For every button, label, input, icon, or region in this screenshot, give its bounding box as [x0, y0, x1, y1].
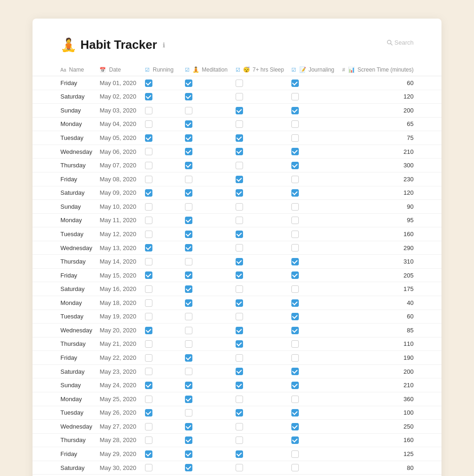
- cell-running[interactable]: [141, 406, 181, 420]
- unchecked-checkbox[interactable]: [145, 176, 152, 183]
- checked-checkbox[interactable]: [145, 409, 152, 416]
- cell-sleep[interactable]: [232, 90, 288, 104]
- checked-checkbox[interactable]: [185, 285, 192, 293]
- unchecked-checkbox[interactable]: [291, 354, 299, 362]
- unchecked-checkbox[interactable]: [236, 285, 243, 293]
- cell-meditation[interactable]: [181, 337, 232, 351]
- cell-sleep[interactable]: [232, 255, 288, 269]
- cell-sleep[interactable]: [232, 145, 288, 159]
- unchecked-checkbox[interactable]: [185, 340, 192, 348]
- checked-checkbox[interactable]: [185, 79, 192, 87]
- unchecked-checkbox[interactable]: [145, 423, 152, 430]
- cell-journaling[interactable]: [288, 255, 338, 269]
- unchecked-checkbox[interactable]: [236, 93, 243, 100]
- cell-journaling[interactable]: [288, 296, 338, 310]
- checked-checkbox[interactable]: [185, 120, 192, 128]
- cell-running[interactable]: [141, 461, 181, 475]
- cell-journaling[interactable]: [288, 104, 338, 118]
- cell-meditation[interactable]: [181, 213, 232, 227]
- unchecked-checkbox[interactable]: [145, 313, 152, 320]
- cell-meditation[interactable]: [181, 90, 232, 104]
- cell-sleep[interactable]: [232, 213, 288, 227]
- checked-checkbox[interactable]: [185, 436, 192, 444]
- unchecked-checkbox[interactable]: [236, 120, 243, 128]
- unchecked-checkbox[interactable]: [236, 436, 243, 444]
- checked-checkbox[interactable]: [291, 436, 299, 444]
- cell-journaling[interactable]: [288, 310, 338, 324]
- cell-sleep[interactable]: [232, 378, 288, 392]
- cell-journaling[interactable]: [288, 117, 338, 131]
- unchecked-checkbox[interactable]: [185, 327, 192, 334]
- cell-journaling[interactable]: [288, 337, 338, 351]
- checked-checkbox[interactable]: [145, 327, 152, 334]
- unchecked-checkbox[interactable]: [145, 396, 152, 403]
- cell-running[interactable]: [141, 420, 181, 434]
- unchecked-checkbox[interactable]: [145, 148, 152, 155]
- cell-running[interactable]: [141, 392, 181, 406]
- cell-sleep[interactable]: [232, 461, 288, 475]
- cell-sleep[interactable]: [232, 282, 288, 296]
- unchecked-checkbox[interactable]: [291, 464, 299, 471]
- checked-checkbox[interactable]: [185, 354, 192, 362]
- cell-running[interactable]: [141, 227, 181, 241]
- cell-running[interactable]: [141, 200, 181, 214]
- unchecked-checkbox[interactable]: [145, 368, 152, 375]
- unchecked-checkbox[interactable]: [291, 285, 299, 293]
- cell-running[interactable]: [141, 351, 181, 365]
- checked-checkbox[interactable]: [291, 382, 299, 389]
- cell-meditation[interactable]: [181, 241, 232, 255]
- unchecked-checkbox[interactable]: [145, 231, 152, 238]
- checked-checkbox[interactable]: [145, 134, 152, 142]
- search-label[interactable]: Search: [395, 39, 414, 46]
- cell-running[interactable]: [141, 296, 181, 310]
- unchecked-checkbox[interactable]: [145, 217, 152, 224]
- cell-journaling[interactable]: [288, 364, 338, 378]
- unchecked-checkbox[interactable]: [291, 120, 299, 128]
- cell-journaling[interactable]: [288, 145, 338, 159]
- cell-meditation[interactable]: [181, 378, 232, 392]
- checked-checkbox[interactable]: [236, 176, 243, 183]
- checked-checkbox[interactable]: [185, 464, 192, 471]
- cell-meditation[interactable]: [181, 282, 232, 296]
- cell-meditation[interactable]: [181, 364, 232, 378]
- checked-checkbox[interactable]: [145, 79, 152, 87]
- checked-checkbox[interactable]: [185, 299, 192, 307]
- cell-running[interactable]: [141, 337, 181, 351]
- cell-sleep[interactable]: [232, 324, 288, 337]
- cell-meditation[interactable]: [181, 296, 232, 310]
- checked-checkbox[interactable]: [185, 148, 192, 155]
- cell-journaling[interactable]: [288, 90, 338, 104]
- checked-checkbox[interactable]: [185, 450, 192, 458]
- cell-journaling[interactable]: [288, 392, 338, 406]
- checked-checkbox[interactable]: [185, 231, 192, 238]
- unchecked-checkbox[interactable]: [291, 396, 299, 403]
- cell-meditation[interactable]: [181, 433, 232, 447]
- cell-sleep[interactable]: [232, 433, 288, 447]
- cell-meditation[interactable]: [181, 406, 232, 420]
- unchecked-checkbox[interactable]: [185, 176, 192, 183]
- cell-sleep[interactable]: [232, 76, 288, 90]
- checked-checkbox[interactable]: [185, 189, 192, 197]
- cell-sleep[interactable]: [232, 117, 288, 131]
- cell-meditation[interactable]: [181, 159, 232, 172]
- cell-running[interactable]: [141, 241, 181, 255]
- checked-checkbox[interactable]: [185, 217, 192, 224]
- checked-checkbox[interactable]: [236, 450, 243, 458]
- checked-checkbox[interactable]: [145, 271, 152, 279]
- cell-meditation[interactable]: [181, 447, 232, 461]
- cell-journaling[interactable]: [288, 406, 338, 420]
- unchecked-checkbox[interactable]: [185, 368, 192, 375]
- cell-sleep[interactable]: [232, 200, 288, 214]
- cell-sleep[interactable]: [232, 241, 288, 255]
- unchecked-checkbox[interactable]: [145, 354, 152, 362]
- checked-checkbox[interactable]: [185, 93, 192, 100]
- unchecked-checkbox[interactable]: [236, 313, 243, 320]
- cell-journaling[interactable]: [288, 172, 338, 186]
- cell-meditation[interactable]: [181, 351, 232, 365]
- unchecked-checkbox[interactable]: [291, 450, 299, 458]
- unchecked-checkbox[interactable]: [145, 120, 152, 128]
- unchecked-checkbox[interactable]: [145, 464, 152, 471]
- cell-running[interactable]: [141, 310, 181, 324]
- search-area[interactable]: Search: [387, 39, 414, 46]
- unchecked-checkbox[interactable]: [291, 134, 299, 142]
